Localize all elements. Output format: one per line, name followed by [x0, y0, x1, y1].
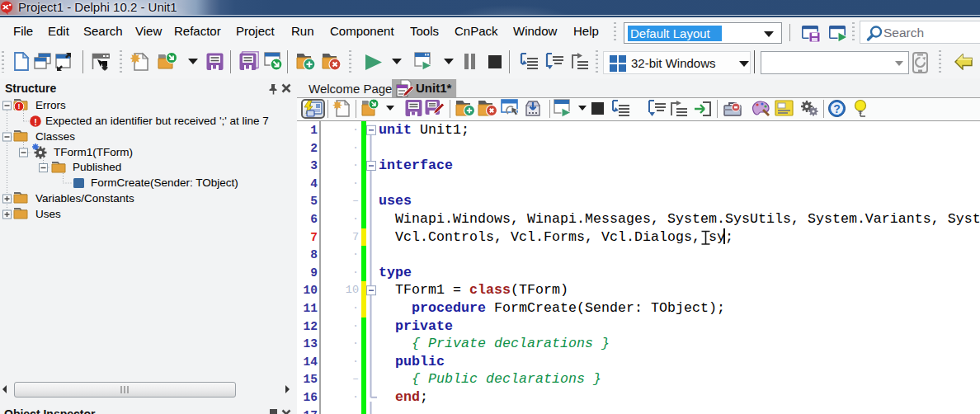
svg-text:?: ? [833, 102, 841, 115]
svg-text:!: ! [34, 117, 37, 127]
svg-text:!: ! [18, 102, 21, 111]
